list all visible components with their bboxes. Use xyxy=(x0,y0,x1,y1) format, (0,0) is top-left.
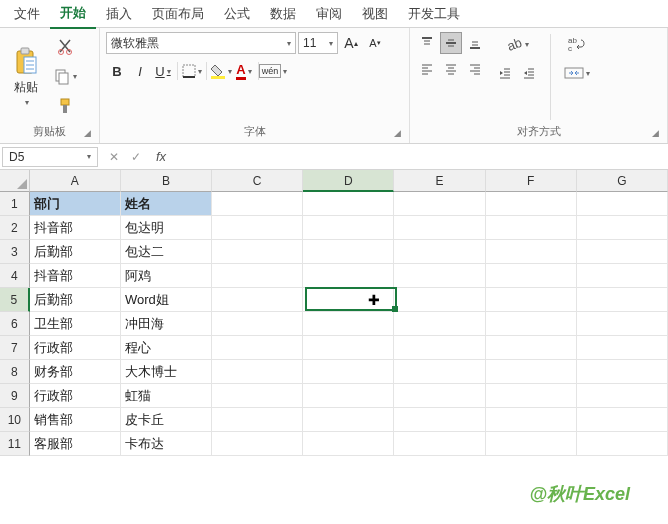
align-right-button[interactable] xyxy=(464,58,486,80)
cell-D3[interactable] xyxy=(303,240,394,264)
cell-B9[interactable]: 虹猫 xyxy=(121,384,212,408)
cell-E9[interactable] xyxy=(394,384,485,408)
cell-D2[interactable] xyxy=(303,216,394,240)
cell-A3[interactable]: 后勤部 xyxy=(30,240,121,264)
cell-E3[interactable] xyxy=(394,240,485,264)
cell-E6[interactable] xyxy=(394,312,485,336)
border-button[interactable]: ▾ xyxy=(181,60,203,82)
col-header-F[interactable]: F xyxy=(486,170,577,192)
cell-A10[interactable]: 销售部 xyxy=(30,408,121,432)
cell-C11[interactable] xyxy=(212,432,303,456)
confirm-formula-button[interactable]: ✓ xyxy=(126,147,146,167)
cell-D7[interactable] xyxy=(303,336,394,360)
cell-F11[interactable] xyxy=(486,432,577,456)
cell-B5[interactable]: Word姐 xyxy=(121,288,212,312)
name-box[interactable]: D5▾ xyxy=(2,147,98,167)
row-header-9[interactable]: 9 xyxy=(0,384,30,408)
cell-D6[interactable] xyxy=(303,312,394,336)
col-header-A[interactable]: A xyxy=(30,170,121,192)
cell-E4[interactable] xyxy=(394,264,485,288)
align-bottom-button[interactable] xyxy=(464,32,486,54)
cell-A4[interactable]: 抖音部 xyxy=(30,264,121,288)
cell-C2[interactable] xyxy=(212,216,303,240)
cell-B11[interactable]: 卡布达 xyxy=(121,432,212,456)
cell-F8[interactable] xyxy=(486,360,577,384)
cell-E11[interactable] xyxy=(394,432,485,456)
cell-F1[interactable] xyxy=(486,192,577,216)
cell-B1[interactable]: 姓名 xyxy=(121,192,212,216)
cell-G5[interactable] xyxy=(577,288,668,312)
cell-B8[interactable]: 大木博士 xyxy=(121,360,212,384)
underline-button[interactable]: U▾ xyxy=(152,60,174,82)
tab-插入[interactable]: 插入 xyxy=(96,0,142,28)
cell-C1[interactable] xyxy=(212,192,303,216)
alignment-launcher[interactable]: ◢ xyxy=(649,127,661,139)
cut-button[interactable] xyxy=(50,34,80,58)
row-header-6[interactable]: 6 xyxy=(0,312,30,336)
cell-C7[interactable] xyxy=(212,336,303,360)
cell-B2[interactable]: 包达明 xyxy=(121,216,212,240)
cell-A5[interactable]: 后勤部 xyxy=(30,288,121,312)
row-header-4[interactable]: 4 xyxy=(0,264,30,288)
cell-B3[interactable]: 包达二 xyxy=(121,240,212,264)
cell-F4[interactable] xyxy=(486,264,577,288)
font-size-select[interactable]: 11▾ xyxy=(298,32,338,54)
cell-A8[interactable]: 财务部 xyxy=(30,360,121,384)
tab-开始[interactable]: 开始 xyxy=(50,0,96,29)
fill-color-button[interactable]: ▾ xyxy=(210,60,232,82)
cell-G7[interactable] xyxy=(577,336,668,360)
align-middle-button[interactable] xyxy=(440,32,462,54)
format-painter-button[interactable] xyxy=(50,94,80,118)
cell-G6[interactable] xyxy=(577,312,668,336)
cell-F5[interactable] xyxy=(486,288,577,312)
align-top-button[interactable] xyxy=(416,32,438,54)
row-header-5[interactable]: 5 xyxy=(0,288,30,312)
cell-G3[interactable] xyxy=(577,240,668,264)
cell-E5[interactable] xyxy=(394,288,485,312)
cell-E7[interactable] xyxy=(394,336,485,360)
cell-D9[interactable] xyxy=(303,384,394,408)
cell-B6[interactable]: 冲田海 xyxy=(121,312,212,336)
cell-B7[interactable]: 程心 xyxy=(121,336,212,360)
orientation-button[interactable]: ab▾ xyxy=(494,32,540,56)
row-header-11[interactable]: 11 xyxy=(0,432,30,456)
row-header-2[interactable]: 2 xyxy=(0,216,30,240)
cell-F9[interactable] xyxy=(486,384,577,408)
cell-B4[interactable]: 阿鸡 xyxy=(121,264,212,288)
formula-input[interactable] xyxy=(172,148,668,166)
cell-C5[interactable] xyxy=(212,288,303,312)
row-header-7[interactable]: 7 xyxy=(0,336,30,360)
tab-页面布局[interactable]: 页面布局 xyxy=(142,0,214,28)
select-all-corner[interactable] xyxy=(0,170,30,192)
cell-E1[interactable] xyxy=(394,192,485,216)
cell-F6[interactable] xyxy=(486,312,577,336)
cell-G9[interactable] xyxy=(577,384,668,408)
tab-数据[interactable]: 数据 xyxy=(260,0,306,28)
worksheet[interactable]: ABCDEFG 1部门姓名2抖音部包达明3后勤部包达二4抖音部阿鸡5后勤部Wor… xyxy=(0,170,668,456)
cell-G1[interactable] xyxy=(577,192,668,216)
cell-E2[interactable] xyxy=(394,216,485,240)
row-header-1[interactable]: 1 xyxy=(0,192,30,216)
row-header-3[interactable]: 3 xyxy=(0,240,30,264)
cell-C9[interactable] xyxy=(212,384,303,408)
cell-E8[interactable] xyxy=(394,360,485,384)
copy-button[interactable]: ▾ xyxy=(50,64,80,88)
tab-审阅[interactable]: 审阅 xyxy=(306,0,352,28)
italic-button[interactable]: I xyxy=(129,60,151,82)
clipboard-launcher[interactable]: ◢ xyxy=(81,127,93,139)
phonetic-button[interactable]: wén▾ xyxy=(262,60,284,82)
cell-C8[interactable] xyxy=(212,360,303,384)
col-header-G[interactable]: G xyxy=(577,170,668,192)
align-center-button[interactable] xyxy=(440,58,462,80)
cell-A9[interactable]: 行政部 xyxy=(30,384,121,408)
row-header-8[interactable]: 8 xyxy=(0,360,30,384)
font-name-select[interactable]: 微软雅黑▾ xyxy=(106,32,296,54)
bold-button[interactable]: B xyxy=(106,60,128,82)
cell-A2[interactable]: 抖音部 xyxy=(30,216,121,240)
cell-G10[interactable] xyxy=(577,408,668,432)
col-header-D[interactable]: D xyxy=(303,170,394,192)
increase-font-button[interactable]: A▴ xyxy=(340,32,362,54)
cell-F7[interactable] xyxy=(486,336,577,360)
cell-D4[interactable] xyxy=(303,264,394,288)
decrease-font-button[interactable]: A▾ xyxy=(364,32,386,54)
